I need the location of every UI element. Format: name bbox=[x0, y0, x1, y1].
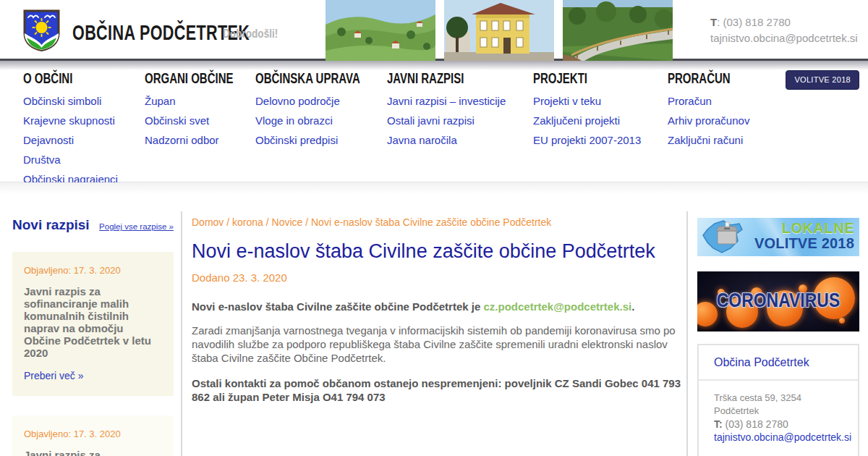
nav-heading[interactable]: ORGANI OBČINE bbox=[145, 70, 263, 87]
nav-link[interactable]: Vloge in obrazci bbox=[255, 114, 333, 127]
nav-heading[interactable]: OBČINSKA UPRAVA bbox=[255, 70, 395, 87]
tender-card[interactable]: Objavljeno: 17. 3. 2020 Javni razpis za … bbox=[12, 252, 174, 396]
header-photo-building bbox=[444, 0, 554, 61]
nav-link[interactable]: Dejavnosti bbox=[23, 134, 74, 146]
content-area: Novi razpisi Poglej vse razpise » Objavl… bbox=[0, 182, 868, 453]
nav-link[interactable]: Javni razpisi – investicije bbox=[387, 95, 506, 107]
nav-link[interactable]: Občinski svet bbox=[145, 114, 209, 127]
tender-card[interactable]: Objavljeno: 17. 3. 2020 Javni razpis za … bbox=[12, 415, 174, 456]
contact-email-link[interactable]: tajnistvo.obcina@podcetrtek.si bbox=[714, 431, 851, 443]
article-contacts-paragraph: Ostali kontakti za pomoč občanom ostanej… bbox=[192, 376, 684, 404]
nav-link[interactable]: Zaključni računi bbox=[668, 134, 743, 146]
virus-blob bbox=[839, 318, 845, 324]
nav-column-projekti: PROJEKTI Projekti v teku Zaključeni proj… bbox=[533, 70, 641, 153]
nav-link[interactable]: Župan bbox=[145, 95, 176, 107]
sidebar-right: LOKALNE VOLITVE 2018 CORONAVIRUS Občina … bbox=[697, 182, 859, 456]
nav-link[interactable]: Proračun bbox=[668, 95, 712, 107]
nav-heading[interactable]: PRORAČUN bbox=[668, 70, 752, 87]
nav-link[interactable]: EU projekti 2007-2013 bbox=[533, 134, 641, 146]
breadcrumb-link-domov[interactable]: Domov bbox=[192, 216, 224, 228]
header-photo-road bbox=[563, 0, 673, 61]
nav-link[interactable]: Društva bbox=[23, 153, 61, 166]
nav-link[interactable]: Projekti v teku bbox=[533, 95, 601, 107]
nav-link[interactable]: Javna naročila bbox=[387, 134, 457, 146]
banner-line-volitve-2018: VOLITVE 2018 bbox=[754, 236, 854, 251]
contact-info-box: Občina Podčetrtek Trška cesta 59, 3254 P… bbox=[697, 344, 859, 456]
nav-link[interactable]: Občinski simboli bbox=[23, 95, 101, 107]
welcome-text: Dobrodošli! bbox=[223, 27, 292, 41]
header-photo-hills bbox=[326, 0, 435, 61]
nav-column-proracun: PRORAČUN Proračun Arhiv proračunov Zaklj… bbox=[668, 70, 752, 153]
nav-column-organi-obcine: ORGANI OBČINE Župan Občinski svet Nadzor… bbox=[145, 70, 263, 153]
header-photo-strip bbox=[326, 0, 673, 61]
page-title: Novi e-naslov štaba Civilne zaščite obči… bbox=[192, 240, 684, 263]
cz-email-link[interactable]: cz.podcetrtek@podcetrtek.si bbox=[483, 300, 631, 313]
read-more-link[interactable]: Preberi več » bbox=[24, 370, 162, 381]
view-all-tenders-link[interactable]: Poglej vse razpise » bbox=[99, 222, 174, 231]
new-tenders-title: Novi razpisi bbox=[12, 217, 90, 233]
contact-phone: T: (03) 818 2780 bbox=[714, 418, 843, 431]
coronavirus-banner[interactable]: CORONAVIRUS bbox=[697, 271, 859, 332]
breadcrumb: Domov / korona / Novice / Novi e-naslov … bbox=[192, 216, 684, 228]
right-divider bbox=[686, 211, 688, 456]
nav-column-obcinska-uprava: OBČINSKA UPRAVA Delovno področje Vloge i… bbox=[255, 70, 395, 153]
header-contact: T: (03) 818 2780 tajnistvo.obcina@podcet… bbox=[710, 14, 858, 46]
nav-column-o-obcini: O OBČINI Občinski simboli Krajevne skupn… bbox=[23, 70, 118, 193]
nav-heading[interactable]: JAVNI RAZPISI bbox=[387, 70, 506, 87]
left-divider bbox=[181, 211, 182, 456]
nav-link[interactable]: Delovno področje bbox=[255, 95, 340, 107]
nav-link[interactable]: Zaključeni projekti bbox=[533, 114, 620, 127]
tender-published-date: Objavljeno: 17. 3. 2020 bbox=[24, 428, 162, 439]
breadcrumb-link-novice[interactable]: Novice bbox=[272, 216, 303, 228]
nav-heading[interactable]: PROJEKTI bbox=[533, 70, 641, 87]
nav-link[interactable]: Krajevne skupnosti bbox=[23, 114, 115, 127]
header-email-link[interactable]: tajnistvo.obcina@podcetrtek.si bbox=[710, 32, 858, 44]
volitve-2018-button[interactable]: VOLITVE 2018 bbox=[786, 70, 859, 90]
main-navigation: O OBČINI Občinski simboli Krajevne skupn… bbox=[0, 61, 868, 182]
sidebar-new-tenders: Novi razpisi Poglej vse razpise » Objavl… bbox=[0, 182, 181, 456]
lokalne-volitve-2018-banner[interactable]: LOKALNE VOLITVE 2018 bbox=[697, 218, 859, 256]
nav-link[interactable]: Nadzorni odbor bbox=[145, 134, 219, 146]
tender-published-date: Objavljeno: 17. 3. 2020 bbox=[24, 265, 162, 276]
breadcrumb-link-korona[interactable]: korona bbox=[232, 216, 263, 228]
nav-link[interactable]: Občinski predpisi bbox=[255, 134, 338, 146]
contact-box-title[interactable]: Občina Podčetrtek bbox=[699, 345, 858, 381]
nav-link[interactable]: Arhiv proračunov bbox=[668, 114, 749, 127]
site-header: OBČINA PODČETRTEK Dobrodošli! bbox=[0, 0, 868, 61]
article-lead: Novi e-naslov štaba Civilne zaščite obči… bbox=[192, 300, 684, 313]
nav-heading[interactable]: O OBČINI bbox=[23, 70, 118, 87]
article-date: Dodano 23. 3. 2020 bbox=[192, 271, 684, 284]
coronavirus-banner-text: CORONAVIRUS bbox=[697, 289, 859, 312]
municipality-coat-of-arms-logo[interactable] bbox=[22, 9, 61, 51]
contact-address: Trška cesta 59, 3254 Podčetrtek bbox=[714, 392, 843, 418]
tender-title-link[interactable]: Javni razpis za sofinanciranje bbox=[24, 449, 162, 456]
header-phone: T: (03) 818 2780 bbox=[710, 14, 858, 30]
tender-title-link[interactable]: Javni razpis za sofinanciranje malih kom… bbox=[24, 285, 162, 359]
breadcrumb-current: Novi e-naslov štaba Civilne zaščite obči… bbox=[311, 216, 551, 228]
article-paragraph: Zaradi zmanjšanja varnostnega tveganja v… bbox=[192, 324, 684, 365]
nav-link[interactable]: Ostali javni razpisi bbox=[387, 114, 475, 127]
nav-column-javni-razpisi: JAVNI RAZPISI Javni razpisi – investicij… bbox=[387, 70, 506, 153]
banner-line-lokalne: LOKALNE bbox=[754, 221, 854, 236]
phone-label: T bbox=[710, 16, 717, 28]
article: Domov / korona / Novice / Novi e-naslov … bbox=[192, 182, 684, 415]
